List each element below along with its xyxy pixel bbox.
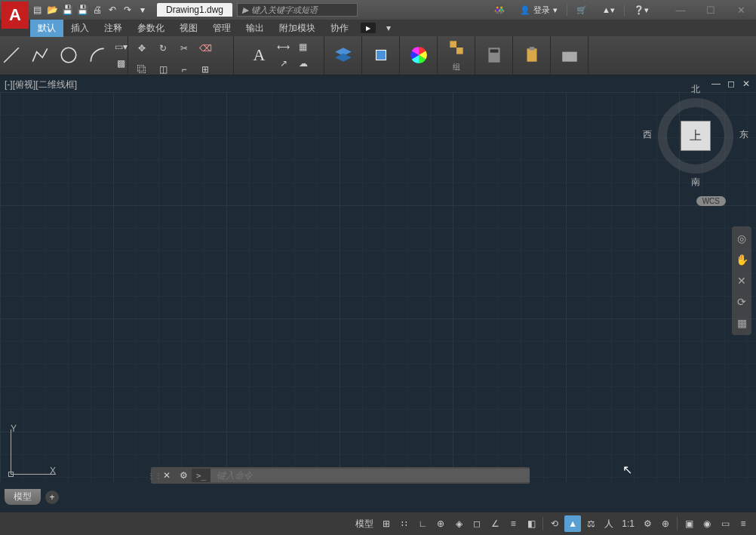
annotation-monitor-icon[interactable]: ⊕: [657, 515, 674, 532]
cmd-drag-handle[interactable]: ⋮⋮: [151, 472, 158, 480]
paste-button[interactable]: [520, 38, 544, 72]
minimize-button[interactable]: —: [665, 0, 696, 20]
ortho-toggle-icon[interactable]: ∟: [414, 515, 431, 532]
orbit-icon[interactable]: ⟳: [734, 294, 749, 309]
viewcube[interactable]: 上 北 南 西 东: [658, 98, 733, 174]
circle-button[interactable]: [57, 38, 81, 72]
base-button[interactable]: [558, 38, 582, 72]
tab-addins[interactable]: 附加模块: [272, 20, 323, 37]
polar-toggle-icon[interactable]: ⊕: [432, 515, 449, 532]
mirror-icon[interactable]: ◫: [155, 62, 171, 77]
hardware-accel-icon[interactable]: ◉: [699, 515, 715, 532]
maximize-button[interactable]: ☐: [696, 0, 726, 20]
zoom-extents-icon[interactable]: ✕: [734, 273, 749, 288]
viewcube-west[interactable]: 西: [643, 128, 652, 141]
viewcube-south[interactable]: 南: [691, 176, 700, 189]
featured-apps-icon[interactable]: ▶: [361, 23, 376, 33]
trim-icon[interactable]: ✂: [177, 41, 192, 56]
scale-button[interactable]: 1:1: [619, 515, 638, 532]
grid-toggle-icon[interactable]: ⊞: [378, 515, 395, 532]
cloud-icon[interactable]: ☁: [296, 56, 311, 71]
modelspace-button[interactable]: 模型: [352, 515, 376, 532]
grid-canvas[interactable]: [0, 92, 756, 482]
save-icon[interactable]: 💾: [60, 3, 74, 17]
tab-parametric[interactable]: 参数化: [130, 20, 172, 37]
cleanscreen-icon[interactable]: ▭: [717, 515, 733, 532]
tab-view[interactable]: 视图: [172, 20, 205, 37]
qat-more-icon[interactable]: ▾: [136, 3, 149, 17]
copy-icon[interactable]: ⿻: [134, 62, 149, 77]
snap-toggle-icon[interactable]: ∷: [396, 515, 413, 532]
rectangle-icon[interactable]: ▭▾: [114, 39, 129, 54]
model-tab[interactable]: 模型: [5, 489, 41, 505]
selection-cycling-icon[interactable]: ⟲: [546, 515, 563, 532]
isodraft-icon[interactable]: ◈: [450, 515, 467, 532]
undo-icon[interactable]: ↶: [106, 3, 119, 17]
lineweight-icon[interactable]: ≡: [505, 515, 521, 532]
group-button[interactable]: 组: [444, 38, 469, 72]
tab-collaborate[interactable]: 协作: [323, 20, 356, 37]
transparency-icon[interactable]: ◧: [523, 515, 539, 532]
document-tab[interactable]: Drawing1.dwg: [157, 3, 232, 17]
arc-button[interactable]: [85, 38, 109, 72]
close-button[interactable]: ✕: [726, 0, 756, 20]
viewcube-top-face[interactable]: 上: [681, 121, 711, 151]
pan-icon[interactable]: ✋: [734, 252, 749, 267]
tab-insert[interactable]: 插入: [63, 20, 97, 37]
leader-icon[interactable]: ↗: [276, 56, 291, 71]
drawing-area[interactable]: [-][俯视][二维线框] — ◻ ✕ 上 北 南 西 东 WCS ◎ ✋ ✕ …: [0, 75, 756, 512]
cmd-close-icon[interactable]: ✕: [158, 468, 175, 483]
text-button[interactable]: A: [247, 38, 272, 72]
utilities-button[interactable]: [482, 38, 506, 72]
open-icon[interactable]: 📂: [45, 3, 59, 17]
saveas-icon[interactable]: 💾: [75, 3, 89, 17]
polyline-button[interactable]: [28, 38, 52, 72]
steering-wheel-icon[interactable]: ◎: [734, 231, 749, 246]
osnap-toggle-icon[interactable]: ◻: [469, 515, 485, 532]
app-store-icon[interactable]: ▲▾: [596, 4, 621, 17]
viewcube-north[interactable]: 北: [691, 83, 700, 96]
vp-maximize-icon[interactable]: ◻: [726, 78, 736, 89]
ribbon-toggle-icon[interactable]: ▾: [379, 20, 398, 35]
move-icon[interactable]: ✥: [134, 41, 149, 56]
vp-minimize-icon[interactable]: —: [711, 78, 721, 89]
signin-button[interactable]: 👤 登录 ▾: [514, 3, 564, 17]
array-icon[interactable]: ⊞: [198, 62, 213, 77]
showmotion-icon[interactable]: ▦: [734, 315, 749, 331]
annotation-scale-icon[interactable]: ▲: [564, 515, 581, 532]
command-input[interactable]: [211, 469, 530, 482]
tab-annotate[interactable]: 注释: [97, 20, 130, 37]
annotation-auto-icon[interactable]: ⚖: [582, 515, 599, 532]
wcs-badge[interactable]: WCS: [696, 196, 726, 206]
erase-icon[interactable]: ⌫: [198, 41, 213, 56]
viewcube-east[interactable]: 东: [739, 128, 748, 141]
rotate-icon[interactable]: ↻: [155, 41, 171, 56]
help-icon[interactable]: ❔▾: [628, 4, 655, 17]
tab-output[interactable]: 输出: [238, 20, 272, 37]
redo-icon[interactable]: ↷: [121, 3, 134, 17]
otrack-toggle-icon[interactable]: ∠: [487, 515, 503, 532]
block-button[interactable]: [369, 38, 393, 72]
hatch-icon[interactable]: ▩: [114, 56, 129, 71]
cmd-options-icon[interactable]: ⚙: [175, 468, 192, 483]
cart-icon[interactable]: 🛒: [570, 4, 593, 17]
customize-icon[interactable]: ≡: [735, 515, 751, 532]
add-layout-button[interactable]: +: [45, 490, 59, 504]
table-icon[interactable]: ▦: [296, 39, 311, 54]
dimension-icon[interactable]: ⟷: [276, 39, 291, 54]
tab-manage[interactable]: 管理: [205, 20, 238, 37]
properties-button[interactable]: [407, 38, 431, 72]
vp-close-icon[interactable]: ✕: [741, 78, 751, 89]
line-button[interactable]: [0, 38, 23, 72]
workspace-icon[interactable]: ⚙: [639, 515, 656, 532]
isolate-icon[interactable]: ▣: [681, 515, 697, 532]
viewport-label[interactable]: [-][俯视][二维线框]: [5, 78, 77, 91]
tab-default[interactable]: 默认: [30, 20, 63, 37]
infocenter-icon[interactable]: 👫: [488, 4, 511, 17]
plot-icon[interactable]: 🖨: [91, 3, 104, 17]
app-icon[interactable]: A: [2, 2, 29, 29]
fillet-icon[interactable]: ⌐: [177, 62, 192, 77]
layer-button[interactable]: [331, 38, 355, 72]
annotation-visibility-icon[interactable]: 人: [601, 515, 617, 532]
new-icon[interactable]: ▤: [30, 3, 44, 17]
